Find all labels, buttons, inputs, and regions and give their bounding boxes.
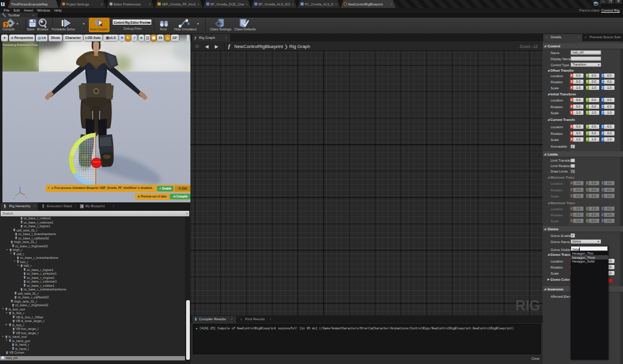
svg-text:z: z [18,183,19,186]
svg-text:?: ? [4,22,8,28]
svg-text:y: y [13,196,15,199]
svg-text:x: x [26,196,27,199]
